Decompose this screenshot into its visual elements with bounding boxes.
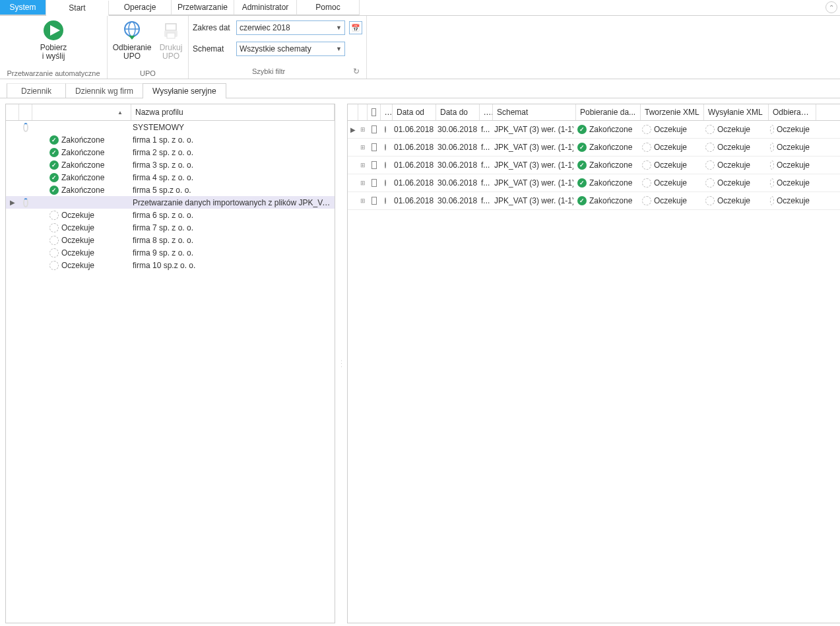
refresh-icon[interactable]: ↻ xyxy=(350,65,362,77)
right-header-data-do[interactable]: Data do xyxy=(436,104,480,120)
wait-icon xyxy=(705,125,715,134)
row-f: f... xyxy=(481,196,490,205)
ribbon-collapse-icon[interactable]: ⌃ xyxy=(825,1,837,13)
row-expand-icon[interactable]: ⊞ xyxy=(358,144,368,151)
wait-icon xyxy=(770,196,774,205)
right-header-wysylanie[interactable]: Wysyłanie XML xyxy=(704,104,769,120)
row-pobieranie: Zakończone xyxy=(589,160,632,170)
wait-icon xyxy=(705,143,715,152)
left-group-row[interactable]: ▶Przetwarzanie danych importowanych z pl… xyxy=(6,196,335,209)
left-row-name: firma 7 sp. z o. o. xyxy=(129,223,335,232)
row-expand-icon[interactable]: ⊞ xyxy=(358,162,368,168)
zakres-dat-combo[interactable]: czerwiec 2018 ▼ xyxy=(236,20,345,35)
odbieranie-upo-button[interactable]: Odbieranie UPO xyxy=(112,18,152,61)
right-header-expand xyxy=(358,104,368,120)
done-icon xyxy=(577,178,587,188)
left-row[interactable]: Zakończonefirma 5 sp.z o. o. xyxy=(6,184,335,196)
left-row[interactable]: Oczekujefirma 6 sp. z o. o. xyxy=(6,209,335,221)
row-checkbox[interactable] xyxy=(372,125,377,133)
sub-tab-dziennik[interactable]: Dziennik xyxy=(7,83,66,98)
right-row[interactable]: ⊞01.06.201830.06.2018f...JPK_VAT (3) wer… xyxy=(348,192,840,210)
schemat-combo[interactable]: Wszystkie schematy ▼ xyxy=(236,42,345,56)
left-row[interactable]: Zakończonefirma 2 sp. z o. o. xyxy=(6,146,335,158)
main-tab-system[interactable]: System xyxy=(0,0,46,15)
left-row[interactable]: Zakończonefirma 1 sp. z o. o. xyxy=(6,133,335,146)
right-header-checkbox[interactable] xyxy=(368,104,381,120)
spin-icon xyxy=(23,123,28,132)
left-row-name: firma 3 sp. z o. o. xyxy=(129,160,335,170)
row-checkbox[interactable] xyxy=(372,179,377,187)
horizontal-scrollbar[interactable] xyxy=(348,612,840,623)
left-header-status[interactable]: ▲ xyxy=(32,104,131,120)
right-row[interactable]: ⊞01.06.201830.06.2018f...JPK_VAT (3) wer… xyxy=(348,174,840,192)
row-wysylanie: Oczekuje xyxy=(717,143,750,152)
left-row-name: firma 8 sp. z o. o. xyxy=(129,236,335,245)
row-odbieranie: Oczekuje xyxy=(777,125,810,134)
right-header-fdots[interactable]: ... xyxy=(480,104,493,120)
left-group-row[interactable]: SYSTEMOWY xyxy=(6,121,335,133)
row-pobieranie: Zakończone xyxy=(589,143,632,152)
main-tab-przetwarzanie[interactable]: Przetwarzanie xyxy=(172,0,234,15)
sub-tab-wysylanie[interactable]: Wysyłanie seryjne xyxy=(143,83,226,98)
left-row-status: Zakończone xyxy=(61,135,104,145)
row-wysylanie: Oczekuje xyxy=(717,178,750,188)
row-wysylanie: Oczekuje xyxy=(717,160,750,170)
row-schemat: JPK_VAT (3) wer. (1-1) xyxy=(494,143,573,152)
spin-icon xyxy=(23,198,28,207)
right-header-odbieranie[interactable]: Odbieranie U... xyxy=(769,104,816,120)
row-expand-icon[interactable]: ⊞ xyxy=(358,180,368,186)
row-data-od: 01.06.2018 xyxy=(394,160,434,170)
right-header-pobieranie[interactable]: Pobieranie da... xyxy=(576,104,641,120)
right-row[interactable]: ⊞01.06.201830.06.2018f...JPK_VAT (3) wer… xyxy=(348,139,840,156)
row-radio[interactable] xyxy=(385,144,386,151)
row-radio[interactable] xyxy=(385,126,386,133)
right-row[interactable]: ▶⊞01.06.201830.06.2018f...JPK_VAT (3) we… xyxy=(348,121,840,139)
play-icon xyxy=(42,18,65,42)
calendar-button[interactable]: 📅 xyxy=(349,21,362,34)
splitter[interactable] xyxy=(339,104,343,623)
right-header-data-od[interactable]: Data od xyxy=(393,104,436,120)
right-row[interactable]: ⊞01.06.201830.06.2018f...JPK_VAT (3) wer… xyxy=(348,156,840,174)
svg-marker-5 xyxy=(129,36,135,40)
main-tab-administrator[interactable]: Administrator xyxy=(234,0,297,15)
left-row-status: Oczekuje xyxy=(61,261,94,270)
row-checkbox[interactable] xyxy=(372,161,377,169)
row-radio[interactable] xyxy=(385,162,386,168)
row-schemat: JPK_VAT (3) wer. (1-1) xyxy=(494,196,573,205)
row-f: f... xyxy=(481,125,490,134)
row-radio[interactable] xyxy=(385,180,386,186)
right-header-tworzenie[interactable]: Tworzenie XML xyxy=(641,104,704,120)
right-header-dots[interactable]: ... xyxy=(381,104,393,120)
left-row[interactable]: Zakończonefirma 3 sp. z o. o. xyxy=(6,158,335,171)
sub-tab-dziennik-firm[interactable]: Dziennik wg firm xyxy=(65,83,143,98)
row-checkbox[interactable] xyxy=(372,197,377,205)
row-pobieranie: Zakończone xyxy=(589,196,632,205)
left-row[interactable]: Oczekujefirma 8 sp. z o. o. xyxy=(6,234,335,246)
row-expand-icon[interactable]: ⊞ xyxy=(358,126,368,133)
pobierz-wyslij-button[interactable]: Pobierz i wyślij xyxy=(4,18,103,61)
svg-rect-8 xyxy=(167,33,175,38)
left-grid-body[interactable]: SYSTEMOWYZakończonefirma 1 sp. z o. o.Za… xyxy=(6,121,335,623)
row-f: f... xyxy=(481,143,490,152)
left-row[interactable]: Zakończonefirma 4 sp. z o. o. xyxy=(6,171,335,184)
left-row[interactable]: Oczekujefirma 10 sp.z o. o. xyxy=(6,259,335,271)
main-tab-start[interactable]: Start xyxy=(46,1,109,16)
row-checkbox[interactable] xyxy=(372,143,377,151)
left-header-expand[interactable] xyxy=(6,104,19,120)
row-data-do: 30.06.2018 xyxy=(437,125,477,134)
main-tab-operacje[interactable]: Operacje xyxy=(109,0,172,15)
schemat-value: Wszystkie schematy xyxy=(240,44,311,53)
done-icon xyxy=(49,160,59,170)
left-row[interactable]: Oczekujefirma 9 sp. z o. o. xyxy=(6,246,335,259)
main-tab-pomoc[interactable]: Pomoc xyxy=(297,0,360,15)
wait-icon xyxy=(49,261,59,270)
left-header-icon[interactable] xyxy=(19,104,32,120)
right-grid-body[interactable]: ▶⊞01.06.201830.06.2018f...JPK_VAT (3) we… xyxy=(348,121,840,612)
left-header-name[interactable]: Nazwa profilu xyxy=(131,104,335,120)
row-radio[interactable] xyxy=(385,197,386,204)
left-row[interactable]: Oczekujefirma 7 sp. z o. o. xyxy=(6,221,335,234)
left-group-name: SYSTEMOWY xyxy=(129,123,335,132)
row-expand-icon[interactable]: ⊞ xyxy=(358,197,368,204)
right-header-schemat[interactable]: Schemat xyxy=(493,104,576,120)
left-row-status: Oczekuje xyxy=(61,236,94,245)
